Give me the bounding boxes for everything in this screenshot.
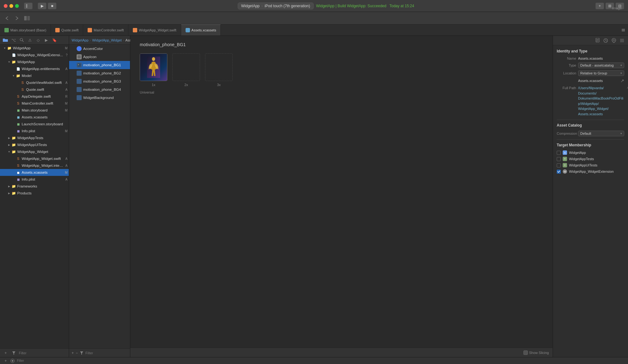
asset-item-bg3[interactable]: motivation_phone_BG3 bbox=[69, 77, 130, 85]
membership-checkbox-tests[interactable] bbox=[557, 157, 561, 161]
badge: M bbox=[65, 102, 68, 105]
add-button[interactable]: + bbox=[595, 3, 604, 9]
remove-asset-btn[interactable]: − bbox=[76, 350, 78, 356]
nav-icons-btn[interactable] bbox=[23, 14, 31, 22]
badge: M bbox=[65, 171, 68, 174]
show-slicing-button[interactable]: Show Slicing bbox=[523, 350, 549, 355]
reveal-icon[interactable]: ↗ bbox=[620, 78, 624, 83]
status-filter[interactable] bbox=[17, 359, 625, 362]
sidebar-toggle-btn[interactable] bbox=[24, 3, 33, 9]
badge: A bbox=[65, 164, 68, 167]
run-button[interactable]: ▶ bbox=[38, 3, 46, 9]
add-btn[interactable]: + bbox=[3, 350, 9, 356]
folder-icon: 📁 bbox=[11, 135, 16, 140]
tab-options-btn[interactable] bbox=[619, 24, 628, 35]
tab-quote-swift[interactable]: Quote.swift bbox=[51, 24, 83, 35]
tree-item-frameworks[interactable]: ▶ 📁 Frameworks bbox=[0, 183, 69, 190]
inspector: Identity and Type Name Assets.xcassets T… bbox=[553, 36, 628, 357]
asset-item-bg1[interactable]: motivation_phone_BG1 bbox=[69, 61, 130, 69]
membership-checkbox-widgetapp[interactable] bbox=[557, 151, 561, 155]
status-add-btn[interactable]: + bbox=[3, 358, 8, 363]
breadcrumb-widget[interactable]: WidgetApp_Widget bbox=[92, 38, 122, 42]
file-inspector-icon[interactable] bbox=[594, 37, 601, 44]
more-options-icon[interactable] bbox=[619, 37, 625, 44]
tree-item-widgetappuitests[interactable]: ▶ 📁 WidgetAppUITests bbox=[0, 141, 69, 148]
tab-main-storyboard[interactable]: Main.storyboard (Base) bbox=[0, 24, 51, 35]
maximize-button[interactable] bbox=[15, 4, 19, 8]
tree-item-widget-intent[interactable]: S WidgetApp_Widget.inten... A bbox=[0, 162, 69, 169]
tab-maincontroller-swift[interactable]: MainController.swift bbox=[83, 24, 128, 35]
image-slot-box-2x[interactable] bbox=[172, 53, 200, 81]
location-dropdown[interactable]: Relative to Group ▾ bbox=[578, 70, 624, 76]
tree-item-widget-info-plist[interactable]: ◼ Info.plist A bbox=[0, 176, 69, 183]
close-button[interactable] bbox=[4, 4, 8, 8]
membership-checkbox-uitests[interactable] bbox=[557, 163, 561, 167]
tree-item-label: WidgetAppTests bbox=[17, 136, 68, 140]
asset-item-bg4[interactable]: motivation_phone_BG4 bbox=[69, 85, 130, 94]
tree-item-label: WidgetAppUITests bbox=[17, 143, 68, 147]
compression-dropdown[interactable]: Default ▾ bbox=[578, 131, 624, 136]
tree-item-label: WidgetApp_Widget.swift bbox=[22, 157, 64, 160]
tree-item-widgetapp-widget-ext[interactable]: 📄 WidgetApp_WidgetExtensi... ? bbox=[0, 52, 69, 58]
asset-item-accentcolor[interactable]: AccentColor bbox=[69, 45, 130, 53]
membership-widgetapp: A WidgetApp bbox=[557, 150, 624, 155]
history-icon[interactable] bbox=[602, 37, 609, 44]
tree-item-entitlements[interactable]: 📄 WidgetApp.entitlements A bbox=[0, 65, 69, 72]
plist-icon: ◼ bbox=[16, 128, 21, 133]
add-asset-btn[interactable]: + bbox=[72, 350, 74, 356]
tree-item-label: WidgetApp_Widget bbox=[17, 150, 68, 154]
asset-item-bg2[interactable]: motivation_phone_BG2 bbox=[69, 69, 130, 77]
swift-icon: S bbox=[16, 94, 21, 99]
tree-item-model[interactable]: ▼ 📁 Model bbox=[0, 72, 69, 79]
nav-forward-btn[interactable] bbox=[13, 14, 21, 22]
membership-checkbox-widget-ext[interactable] bbox=[557, 170, 561, 174]
reveal-path-icon[interactable]: ↗ bbox=[626, 85, 628, 90]
tab-widgetapp-widget-swift[interactable]: WidgetApp_Widget.swift bbox=[128, 24, 181, 35]
tree-item-launchscreen[interactable]: ◼ LaunchScreen.storyboard bbox=[0, 121, 69, 128]
tree-item-products[interactable]: ▶ 📁 Products bbox=[0, 190, 69, 197]
bookmark-icon[interactable]: 🔖 bbox=[51, 37, 58, 43]
tree-item-widgetapp-widget[interactable]: ▼ 📁 WidgetApp_Widget bbox=[0, 148, 69, 155]
find-icon[interactable] bbox=[18, 37, 25, 43]
tree-item-widgetapp-widget-swift[interactable]: S WidgetApp_Widget.swift A bbox=[0, 155, 69, 162]
app-device-selector[interactable]: WidgetApp › iPod touch (7th generation) bbox=[238, 3, 313, 9]
tree-item-widgetapp-root[interactable]: ▼ 📁 WidgetApp M bbox=[0, 45, 69, 52]
tree-item-info-plist-main[interactable]: ◼ Info.plist M bbox=[0, 128, 69, 134]
tree-item-widgetapp-group[interactable]: ▼ 📁 WidgetApp bbox=[0, 58, 69, 65]
tree-item-main-storyboard[interactable]: ◼ Main.storyboard M bbox=[0, 107, 69, 114]
folder-icon: 📁 bbox=[11, 191, 16, 196]
tab-label: Assets.xcassets bbox=[192, 28, 216, 32]
debug-icon[interactable]: ▶ bbox=[43, 37, 50, 43]
tree-item-assets-xcassets-main[interactable]: ◼ Assets.xcassets bbox=[0, 114, 69, 121]
minimize-button[interactable] bbox=[9, 4, 13, 8]
filter-input[interactable] bbox=[19, 351, 66, 355]
image-slot-box-1x[interactable] bbox=[140, 53, 167, 81]
tree-item-quoteviewmodel[interactable]: S QuoteViewModel.swift A bbox=[0, 79, 69, 86]
tree-item-widget-assets[interactable]: ◼ Assets.xcassets M bbox=[0, 169, 69, 176]
warning-icon[interactable]: ⚠ bbox=[26, 37, 33, 43]
asset-item-widgetbg[interactable]: WidgetBackground bbox=[69, 94, 130, 102]
nav-back-btn[interactable] bbox=[3, 14, 11, 22]
tab-assets-xcassets[interactable]: Assets.xcassets bbox=[181, 24, 221, 35]
location-icon[interactable] bbox=[610, 37, 617, 44]
source-control-icon[interactable]: ⌥ bbox=[10, 37, 17, 43]
divider-2 bbox=[557, 139, 624, 140]
image-slot-box-3x[interactable] bbox=[205, 53, 233, 81]
folder-icon: 📁 bbox=[16, 73, 21, 78]
tree-item-quote-swift[interactable]: S Quote.swift A bbox=[0, 86, 69, 93]
asset-item-appicon[interactable]: AppIcon bbox=[69, 53, 130, 61]
asset-label: motivation_phone_BG3 bbox=[83, 79, 121, 83]
dropdown-arrow: ▾ bbox=[620, 64, 622, 67]
test-icon[interactable]: ◇ bbox=[35, 37, 41, 43]
tree-item-maincontroller[interactable]: S MainController.swift M bbox=[0, 100, 69, 107]
asset-filter-input[interactable] bbox=[85, 351, 129, 355]
type-dropdown[interactable]: Default - assetcatalog ▾ bbox=[578, 62, 624, 68]
tree-item-appdelegate[interactable]: S AppDelegate.swift R bbox=[0, 93, 69, 100]
image-slot-1x: 1x bbox=[140, 53, 167, 87]
swift-icon: S bbox=[20, 87, 25, 92]
breadcrumb-widgetapp[interactable]: WidgetApp bbox=[72, 38, 89, 42]
folder-icon: 📁 bbox=[11, 149, 16, 154]
stop-button[interactable]: ■ bbox=[48, 3, 57, 9]
svg-marker-13 bbox=[80, 351, 83, 355]
tree-item-widgetapptests[interactable]: ▶ 📁 WidgetAppTests bbox=[0, 134, 69, 141]
